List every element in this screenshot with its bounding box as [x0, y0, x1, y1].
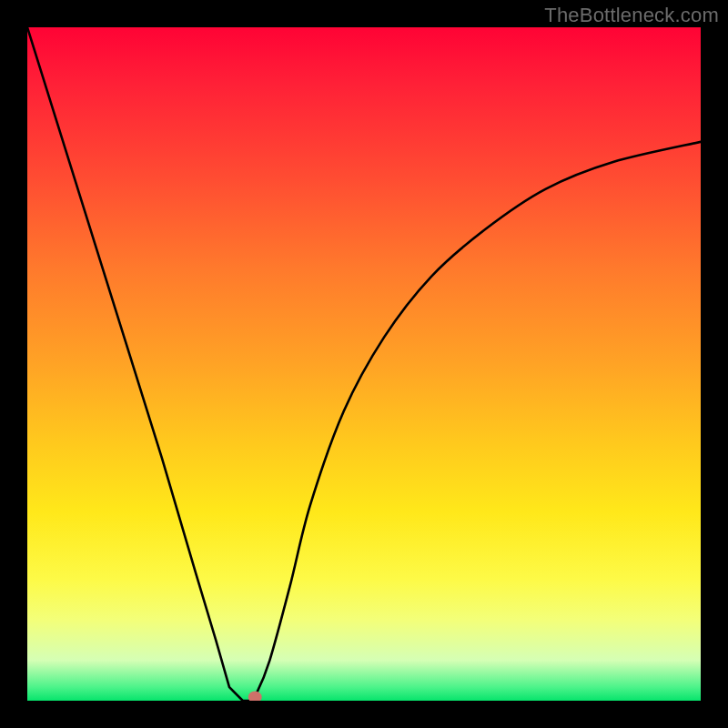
minimum-marker [248, 692, 262, 702]
bottleneck-curve-path [27, 27, 701, 701]
curve-svg [27, 27, 701, 701]
plot-area [27, 27, 701, 701]
chart-frame: TheBottleneck.com [0, 0, 728, 728]
attribution-label: TheBottleneck.com [544, 4, 719, 27]
